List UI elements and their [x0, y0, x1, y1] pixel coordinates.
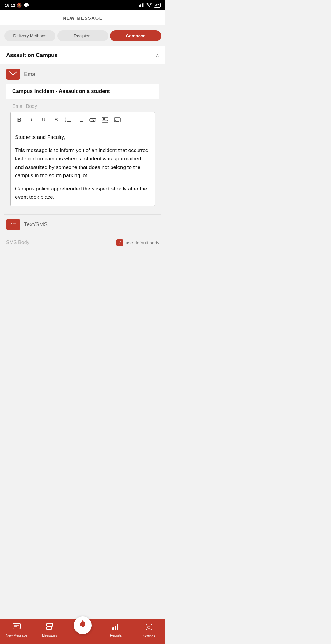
email-label-row: Email [6, 69, 159, 80]
subject-text: Campus Incident - Assault on a student [12, 88, 110, 94]
svg-rect-5 [67, 118, 71, 118]
email-channel-block: Email Campus Incident - Assault on a stu… [0, 64, 166, 214]
underline-button[interactable]: U [38, 114, 49, 125]
body-paragraph-1: Students and Faculty, [15, 133, 150, 141]
svg-rect-7 [67, 121, 71, 122]
svg-rect-3 [143, 3, 144, 7]
tab-delivery-methods[interactable]: Delivery Methods [4, 30, 55, 41]
section-header[interactable]: Assault on Campus ∧ [0, 46, 166, 64]
svg-rect-4 [9, 71, 17, 78]
page-title: NEW MESSAGE [63, 15, 103, 21]
sms-label: Text/SMS [24, 221, 48, 228]
svg-point-34 [13, 223, 14, 224]
use-default-checkbox[interactable]: ✓ [116, 239, 123, 246]
step-tabs: Delivery Methods Recipient Compose [0, 25, 166, 46]
svg-point-35 [14, 223, 16, 224]
body-paragraph-2: This message is to inform you of an inci… [15, 146, 150, 180]
mute-icon: 🔕 [17, 3, 22, 8]
svg-rect-11 [80, 118, 83, 118]
svg-rect-0 [139, 5, 140, 7]
email-editor[interactable]: B I U S [10, 112, 155, 206]
svg-point-9 [65, 120, 66, 121]
editor-toolbar: B I U S [11, 112, 155, 128]
svg-rect-6 [67, 120, 71, 120]
keyboard-button[interactable] [112, 114, 123, 125]
sms-channel-block: Text/SMS [0, 215, 166, 236]
body-paragraph-3: Campus police apprehended the suspect sh… [15, 185, 150, 201]
section-title: Assault on Campus [6, 52, 58, 59]
battery-icon: 47 [154, 3, 161, 8]
svg-rect-18 [102, 117, 108, 122]
image-button[interactable] [100, 114, 111, 125]
svg-rect-2 [142, 3, 143, 7]
svg-rect-13 [80, 121, 83, 122]
svg-rect-12 [80, 120, 83, 120]
svg-point-10 [65, 121, 66, 122]
status-bar: 15:12 🔕 💬 47 [0, 0, 166, 10]
time: 15:12 [5, 3, 15, 8]
sms-label-row: Text/SMS [6, 219, 159, 230]
sms-body-row: SMS Body ✓ use default body [0, 236, 166, 249]
svg-point-8 [65, 118, 66, 119]
numbered-list-button[interactable]: 1 2 3 [75, 114, 86, 125]
svg-text:3: 3 [78, 121, 78, 123]
italic-button[interactable]: I [26, 114, 37, 125]
link-button[interactable] [87, 114, 98, 125]
use-default-label: use default body [126, 240, 159, 245]
use-default-row[interactable]: ✓ use default body [116, 239, 159, 246]
email-body-content[interactable]: Students and Faculty, This message is to… [11, 128, 155, 206]
bullet-list-button[interactable] [63, 114, 74, 125]
svg-rect-1 [140, 4, 141, 7]
tab-compose[interactable]: Compose [110, 30, 161, 41]
email-icon [6, 69, 20, 80]
wifi-icon [146, 3, 152, 8]
bold-button[interactable]: B [14, 114, 25, 125]
svg-point-33 [11, 223, 12, 224]
email-body-label: Email Body [6, 104, 159, 112]
tab-recipient[interactable]: Recipient [57, 30, 108, 41]
strikethrough-button[interactable]: S [51, 114, 62, 125]
subject-field[interactable]: Campus Incident - Assault on a student [6, 84, 159, 99]
signal-icon [139, 3, 145, 8]
status-left: 15:12 🔕 💬 [5, 3, 29, 8]
page-title-bar: NEW MESSAGE [0, 10, 166, 25]
messenger-icon: 💬 [24, 3, 29, 8]
sms-body-label: SMS Body [6, 240, 29, 245]
email-label: Email [24, 71, 38, 78]
content-area: Email Campus Incident - Assault on a stu… [0, 64, 166, 274]
status-right: 47 [139, 3, 161, 8]
sms-icon [6, 219, 20, 230]
chevron-up-icon[interactable]: ∧ [155, 52, 159, 59]
